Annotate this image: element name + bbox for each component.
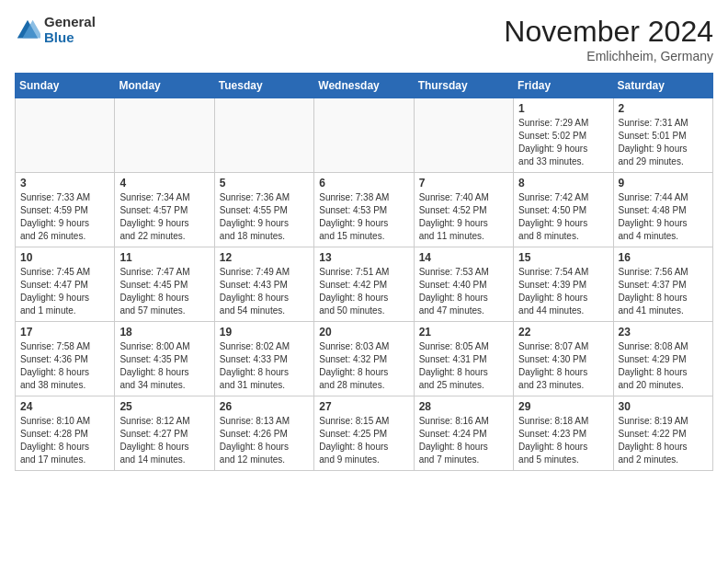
- week-row-1: 1Sunrise: 7:29 AM Sunset: 5:02 PM Daylig…: [16, 98, 713, 173]
- day-number: 3: [20, 177, 109, 190]
- location: Emlichheim, Germany: [504, 49, 713, 63]
- calendar-cell: 20Sunrise: 8:03 AM Sunset: 4:32 PM Dayli…: [314, 322, 414, 396]
- calendar-cell: 9Sunrise: 7:44 AM Sunset: 4:48 PM Daylig…: [613, 173, 712, 247]
- calendar-cell: 5Sunrise: 7:36 AM Sunset: 4:55 PM Daylig…: [214, 173, 313, 247]
- day-info: Sunrise: 7:58 AM Sunset: 4:36 PM Dayligh…: [20, 340, 109, 392]
- day-number: 14: [419, 251, 508, 264]
- day-info: Sunrise: 8:05 AM Sunset: 4:31 PM Dayligh…: [419, 340, 508, 392]
- day-number: 2: [619, 102, 708, 115]
- day-info: Sunrise: 7:54 AM Sunset: 4:39 PM Dayligh…: [518, 266, 608, 317]
- day-info: Sunrise: 7:40 AM Sunset: 4:52 PM Dayligh…: [419, 191, 508, 243]
- month-title: November 2024: [504, 15, 713, 49]
- day-number: 5: [220, 177, 309, 190]
- day-info: Sunrise: 8:19 AM Sunset: 4:22 PM Dayligh…: [619, 415, 708, 466]
- day-number: 25: [119, 400, 209, 413]
- calendar-cell: 28Sunrise: 8:16 AM Sunset: 4:24 PM Dayli…: [414, 396, 513, 471]
- day-number: 21: [419, 326, 508, 339]
- day-info: Sunrise: 8:16 AM Sunset: 4:24 PM Dayligh…: [419, 415, 508, 466]
- day-number: 18: [119, 326, 209, 339]
- calendar-cell: 25Sunrise: 8:12 AM Sunset: 4:27 PM Dayli…: [115, 396, 214, 471]
- calendar-cell: 26Sunrise: 8:13 AM Sunset: 4:26 PM Dayli…: [214, 396, 313, 471]
- calendar-cell: 7Sunrise: 7:40 AM Sunset: 4:52 PM Daylig…: [414, 173, 513, 247]
- day-info: Sunrise: 7:56 AM Sunset: 4:37 PM Dayligh…: [619, 266, 708, 317]
- calendar-cell: 29Sunrise: 8:18 AM Sunset: 4:23 PM Dayli…: [514, 396, 613, 471]
- day-number: 10: [20, 251, 109, 264]
- day-info: Sunrise: 7:36 AM Sunset: 4:55 PM Dayligh…: [220, 191, 309, 243]
- day-number: 27: [319, 400, 408, 413]
- day-number: 11: [119, 251, 209, 264]
- calendar-cell: [314, 98, 414, 173]
- day-info: Sunrise: 7:45 AM Sunset: 4:47 PM Dayligh…: [20, 266, 109, 317]
- header-friday: Friday: [514, 74, 613, 98]
- day-info: Sunrise: 7:47 AM Sunset: 4:45 PM Dayligh…: [119, 266, 209, 317]
- day-number: 29: [518, 400, 608, 413]
- calendar-cell: 17Sunrise: 7:58 AM Sunset: 4:36 PM Dayli…: [16, 322, 115, 396]
- day-number: 30: [619, 400, 708, 413]
- logo: General Blue: [15, 15, 96, 45]
- calendar-cell: 24Sunrise: 8:10 AM Sunset: 4:28 PM Dayli…: [16, 396, 115, 471]
- calendar-header-row: SundayMondayTuesdayWednesdayThursdayFrid…: [16, 74, 713, 98]
- calendar-cell: 11Sunrise: 7:47 AM Sunset: 4:45 PM Dayli…: [115, 247, 214, 322]
- calendar-cell: 1Sunrise: 7:29 AM Sunset: 5:02 PM Daylig…: [514, 98, 613, 173]
- calendar-table: SundayMondayTuesdayWednesdayThursdayFrid…: [15, 73, 713, 471]
- day-number: 17: [20, 326, 109, 339]
- calendar-cell: [214, 98, 313, 173]
- day-number: 26: [220, 400, 309, 413]
- calendar-cell: 2Sunrise: 7:31 AM Sunset: 5:01 PM Daylig…: [613, 98, 712, 173]
- calendar-cell: 3Sunrise: 7:33 AM Sunset: 4:59 PM Daylig…: [16, 173, 115, 247]
- calendar-cell: 16Sunrise: 7:56 AM Sunset: 4:37 PM Dayli…: [613, 247, 712, 322]
- calendar-cell: 30Sunrise: 8:19 AM Sunset: 4:22 PM Dayli…: [613, 396, 712, 471]
- header-wednesday: Wednesday: [314, 74, 414, 98]
- day-number: 1: [518, 102, 608, 115]
- logo-text: General Blue: [44, 15, 96, 45]
- day-number: 9: [619, 177, 708, 190]
- day-info: Sunrise: 7:31 AM Sunset: 5:01 PM Dayligh…: [619, 117, 708, 168]
- calendar-cell: [115, 98, 214, 173]
- day-info: Sunrise: 8:00 AM Sunset: 4:35 PM Dayligh…: [119, 340, 209, 392]
- calendar-cell: 15Sunrise: 7:54 AM Sunset: 4:39 PM Dayli…: [514, 247, 613, 322]
- header-monday: Monday: [115, 74, 214, 98]
- calendar-cell: 14Sunrise: 7:53 AM Sunset: 4:40 PM Dayli…: [414, 247, 513, 322]
- calendar-cell: [16, 98, 115, 173]
- day-number: 28: [419, 400, 508, 413]
- header-saturday: Saturday: [613, 74, 712, 98]
- day-info: Sunrise: 7:44 AM Sunset: 4:48 PM Dayligh…: [619, 191, 708, 243]
- calendar-cell: 6Sunrise: 7:38 AM Sunset: 4:53 PM Daylig…: [314, 173, 414, 247]
- day-info: Sunrise: 7:34 AM Sunset: 4:57 PM Dayligh…: [119, 191, 209, 243]
- day-info: Sunrise: 8:02 AM Sunset: 4:33 PM Dayligh…: [220, 340, 309, 392]
- day-info: Sunrise: 8:08 AM Sunset: 4:29 PM Dayligh…: [619, 340, 708, 392]
- day-info: Sunrise: 7:38 AM Sunset: 4:53 PM Dayligh…: [319, 191, 408, 243]
- header-sunday: Sunday: [16, 74, 115, 98]
- day-number: 23: [619, 326, 708, 339]
- logo-icon: [15, 17, 40, 43]
- day-number: 22: [518, 326, 608, 339]
- calendar-cell: 12Sunrise: 7:49 AM Sunset: 4:43 PM Dayli…: [214, 247, 313, 322]
- day-info: Sunrise: 8:07 AM Sunset: 4:30 PM Dayligh…: [518, 340, 608, 392]
- day-info: Sunrise: 8:10 AM Sunset: 4:28 PM Dayligh…: [20, 415, 109, 466]
- calendar-cell: 4Sunrise: 7:34 AM Sunset: 4:57 PM Daylig…: [115, 173, 214, 247]
- day-number: 16: [619, 251, 708, 264]
- calendar-cell: 10Sunrise: 7:45 AM Sunset: 4:47 PM Dayli…: [16, 247, 115, 322]
- header-thursday: Thursday: [414, 74, 513, 98]
- day-info: Sunrise: 8:13 AM Sunset: 4:26 PM Dayligh…: [220, 415, 309, 466]
- calendar-cell: 22Sunrise: 8:07 AM Sunset: 4:30 PM Dayli…: [514, 322, 613, 396]
- calendar-cell: 23Sunrise: 8:08 AM Sunset: 4:29 PM Dayli…: [613, 322, 712, 396]
- day-info: Sunrise: 8:18 AM Sunset: 4:23 PM Dayligh…: [518, 415, 608, 466]
- calendar-cell: 8Sunrise: 7:42 AM Sunset: 4:50 PM Daylig…: [514, 173, 613, 247]
- page-header: General Blue November 2024 Emlichheim, G…: [15, 15, 713, 63]
- day-info: Sunrise: 7:42 AM Sunset: 4:50 PM Dayligh…: [518, 191, 608, 243]
- day-info: Sunrise: 7:33 AM Sunset: 4:59 PM Dayligh…: [20, 191, 109, 243]
- day-number: 4: [119, 177, 209, 190]
- week-row-2: 3Sunrise: 7:33 AM Sunset: 4:59 PM Daylig…: [16, 173, 713, 247]
- day-number: 24: [20, 400, 109, 413]
- day-info: Sunrise: 7:51 AM Sunset: 4:42 PM Dayligh…: [319, 266, 408, 317]
- day-number: 19: [220, 326, 309, 339]
- calendar-cell: 13Sunrise: 7:51 AM Sunset: 4:42 PM Dayli…: [314, 247, 414, 322]
- day-number: 8: [518, 177, 608, 190]
- day-info: Sunrise: 7:49 AM Sunset: 4:43 PM Dayligh…: [220, 266, 309, 317]
- calendar-cell: 27Sunrise: 8:15 AM Sunset: 4:25 PM Dayli…: [314, 396, 414, 471]
- day-info: Sunrise: 7:29 AM Sunset: 5:02 PM Dayligh…: [518, 117, 608, 168]
- day-info: Sunrise: 7:53 AM Sunset: 4:40 PM Dayligh…: [419, 266, 508, 317]
- logo-blue: Blue: [44, 30, 96, 46]
- day-number: 12: [220, 251, 309, 264]
